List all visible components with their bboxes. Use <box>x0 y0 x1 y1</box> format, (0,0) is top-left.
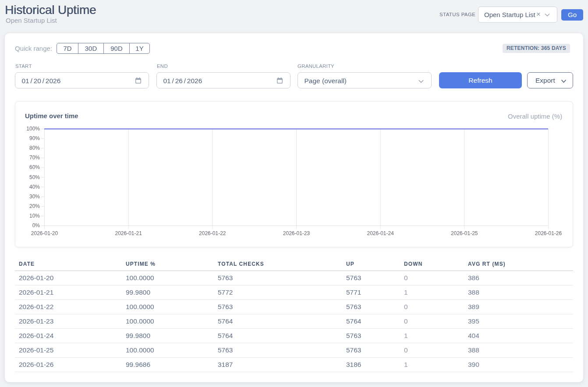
svg-text:40%: 40% <box>29 184 40 190</box>
svg-text:80%: 80% <box>29 145 40 151</box>
svg-text:0%: 0% <box>32 222 40 229</box>
svg-text:100%: 100% <box>26 126 40 132</box>
svg-text:60%: 60% <box>29 164 40 170</box>
svg-text:50%: 50% <box>29 174 40 180</box>
svg-text:30%: 30% <box>29 194 40 200</box>
svg-text:20%: 20% <box>29 203 40 209</box>
svg-text:2026-01-20: 2026-01-20 <box>31 230 58 236</box>
svg-text:2026-01-21: 2026-01-21 <box>115 230 142 236</box>
svg-text:2026-01-26: 2026-01-26 <box>535 230 562 236</box>
svg-text:10%: 10% <box>29 213 40 219</box>
svg-text:90%: 90% <box>29 135 40 141</box>
svg-text:70%: 70% <box>29 155 40 161</box>
svg-text:2026-01-24: 2026-01-24 <box>367 230 394 236</box>
svg-text:2026-01-25: 2026-01-25 <box>451 230 478 236</box>
svg-text:2026-01-22: 2026-01-22 <box>199 230 226 236</box>
svg-text:2026-01-23: 2026-01-23 <box>283 230 310 236</box>
